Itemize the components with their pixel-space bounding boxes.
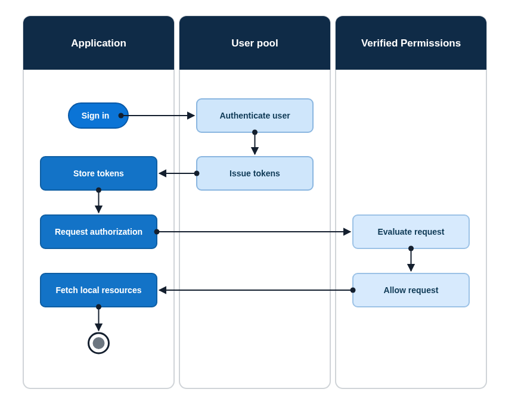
- node-evaluate: Evaluate request: [353, 215, 469, 248]
- flow-diagram: Application User pool Verified Permissio…: [0, 0, 521, 420]
- svg-rect-1: [179, 16, 330, 388]
- node-request-auth-label: Request authorization: [55, 227, 142, 237]
- node-request-auth: Request authorization: [41, 215, 157, 248]
- node-store-tokens-label: Store tokens: [73, 169, 124, 178]
- svg-point-21: [154, 229, 160, 235]
- svg-point-17: [194, 171, 200, 176]
- lane-application-title: Application: [71, 38, 126, 49]
- svg-point-23: [408, 246, 414, 251]
- end-node-icon: [89, 333, 109, 353]
- svg-point-12: [93, 337, 105, 349]
- svg-point-15: [252, 130, 258, 135]
- lane-verified-title: Verified Permissions: [361, 38, 461, 49]
- svg-point-25: [351, 288, 356, 293]
- svg-rect-2: [336, 16, 486, 388]
- svg-point-27: [96, 304, 101, 310]
- node-issue-tokens-label: Issue tokens: [230, 169, 280, 178]
- lane-verified: Verified Permissions: [336, 16, 486, 388]
- svg-point-19: [96, 188, 101, 193]
- node-allow-label: Allow request: [384, 285, 439, 295]
- node-authenticate: Authenticate user: [197, 99, 313, 132]
- node-issue-tokens: Issue tokens: [197, 157, 313, 190]
- node-allow: Allow request: [353, 273, 469, 307]
- lane-user-pool: User pool: [179, 16, 330, 388]
- node-fetch: Fetch local resources: [41, 273, 157, 307]
- node-sign-in-label: Sign in: [82, 111, 110, 120]
- svg-point-13: [119, 113, 124, 119]
- lane-user-pool-title: User pool: [231, 38, 278, 49]
- node-authenticate-label: Authenticate user: [219, 111, 290, 120]
- node-store-tokens: Store tokens: [41, 157, 157, 190]
- node-evaluate-label: Evaluate request: [377, 227, 444, 237]
- node-fetch-label: Fetch local resources: [56, 285, 142, 295]
